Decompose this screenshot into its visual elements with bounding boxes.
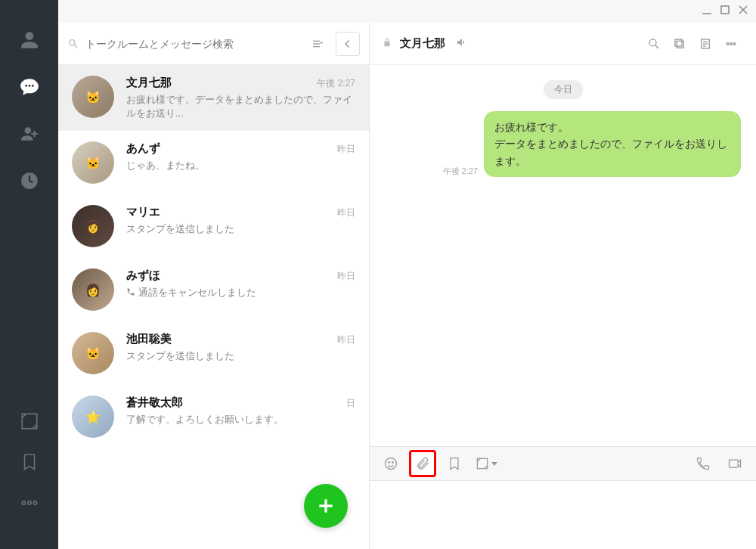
add-friend-icon[interactable] (20, 124, 39, 144)
search-input[interactable] (85, 38, 299, 50)
lock-icon (382, 37, 392, 51)
svg-rect-22 (675, 39, 682, 46)
menu-more-icon[interactable] (718, 31, 744, 57)
svg-point-11 (22, 501, 25, 504)
svg-point-31 (389, 462, 390, 464)
chat-name: 蒼井敬太郎 (126, 395, 183, 410)
svg-point-32 (392, 462, 394, 464)
avatar: 👩 (72, 205, 114, 247)
svg-point-19 (649, 39, 656, 46)
svg-point-12 (27, 501, 30, 504)
message-row: 午後 2:27 お疲れ様です。 データをまとめましたので、ファイルをお送りします… (385, 111, 741, 177)
svg-point-13 (33, 501, 36, 504)
notes-icon[interactable] (692, 31, 718, 57)
chat-name: 文月七那 (126, 76, 172, 90)
message-time: 午後 2:27 (443, 166, 478, 177)
chat-time: 日 (346, 397, 355, 410)
date-separator: 今日 (385, 80, 741, 99)
more-icon[interactable] (20, 493, 39, 513)
minimize-button[interactable] (702, 5, 712, 18)
sort-button[interactable] (305, 32, 330, 56)
message-bubble: お疲れ様です。 データをまとめましたので、ファイルをお送りします。 (484, 111, 741, 177)
chat-name: マリエ (126, 205, 160, 219)
chat-preview: 通話をキャンセルしました (126, 286, 355, 299)
chat-time: 昨日 (337, 270, 355, 283)
capture-icon[interactable] (20, 411, 39, 431)
volume-icon[interactable] (456, 36, 468, 51)
emoji-button[interactable] (377, 450, 404, 477)
friends-icon[interactable] (20, 30, 39, 50)
search-icon (67, 38, 79, 50)
svg-line-20 (655, 45, 658, 48)
avatar: 🐱 (72, 141, 114, 184)
chat-item-2[interactable]: 👩 マリエ昨日 スタンプを送信しました (58, 194, 369, 258)
svg-point-4 (25, 85, 27, 87)
chat-name: みずほ (126, 268, 160, 283)
svg-point-6 (31, 85, 33, 87)
timeline-icon[interactable] (20, 171, 39, 191)
maximize-button[interactable] (720, 5, 730, 18)
chat-item-4[interactable]: 🐱 池田聡美昨日 スタンプを送信しました (58, 321, 369, 385)
avatar: 🐱 (72, 76, 114, 118)
chat-item-1[interactable]: 🐱 あんず昨日 じゃあ、またね。 (58, 131, 369, 194)
chat-preview: スタンプを送信しました (126, 222, 355, 236)
input-toolbar (370, 446, 756, 481)
svg-rect-21 (677, 41, 683, 48)
popout-icon[interactable] (667, 31, 692, 57)
chat-time: 昨日 (337, 333, 355, 346)
phone-icon (126, 287, 135, 296)
chats-icon[interactable] (20, 77, 39, 97)
keep-button[interactable] (441, 450, 468, 477)
chat-title: 文月七那 (400, 36, 445, 51)
message-input-area[interactable] (370, 481, 756, 549)
search-chat-icon[interactable] (641, 31, 667, 57)
chat-item-3[interactable]: 👩 みずほ昨日 通話をキャンセルしました (58, 258, 369, 321)
collapse-button[interactable] (336, 32, 360, 56)
chat-name: あんず (126, 141, 160, 156)
capture-button[interactable] (472, 450, 500, 477)
avatar: 🐱 (72, 332, 114, 374)
close-button[interactable] (738, 5, 748, 18)
chat-time: 昨日 (337, 143, 355, 156)
svg-point-27 (727, 42, 729, 45)
svg-point-30 (386, 458, 397, 470)
chat-item-0[interactable]: 🐱 文月七那午後 2:27 お疲れ様です。データをまとめましたので、ファイルをお… (58, 65, 369, 131)
keep-icon[interactable] (20, 452, 39, 472)
video-call-button[interactable] (721, 450, 748, 477)
chat-preview: 了解です。よろしくお願いします。 (126, 413, 355, 426)
chat-pane: 文月七那 今日 午後 2:27 お疲れ様です。 データをまとめましたので、ファイ… (370, 23, 756, 549)
chat-name: 池田聡美 (126, 332, 172, 346)
message-input[interactable] (379, 490, 747, 540)
svg-point-28 (730, 42, 733, 45)
call-button[interactable] (689, 450, 717, 477)
chat-item-5[interactable]: ⭐ 蒼井敬太郎日 了解です。よろしくお願いします。 (58, 385, 369, 448)
chat-preview: スタンプを送信しました (126, 349, 355, 363)
new-chat-button[interactable] (304, 484, 348, 528)
avatar: 👩 (72, 268, 114, 311)
chat-list-panel: 🐱 文月七那午後 2:27 お疲れ様です。データをまとめましたので、ファイルをお… (58, 23, 370, 549)
attach-button[interactable] (409, 450, 436, 477)
main-sidebar (0, 0, 58, 549)
avatar: ⭐ (72, 395, 114, 438)
chat-preview: お疲れ様です。データをまとめましたので、ファイルをお送り... (126, 93, 355, 120)
chat-time: 午後 2:27 (317, 77, 355, 90)
svg-point-5 (28, 85, 30, 87)
plus-icon (316, 496, 336, 516)
chat-time: 昨日 (337, 206, 355, 219)
search-box[interactable] (67, 38, 299, 50)
svg-rect-1 (721, 6, 729, 14)
chat-preview: じゃあ、またね。 (126, 159, 355, 172)
svg-point-29 (733, 42, 736, 45)
